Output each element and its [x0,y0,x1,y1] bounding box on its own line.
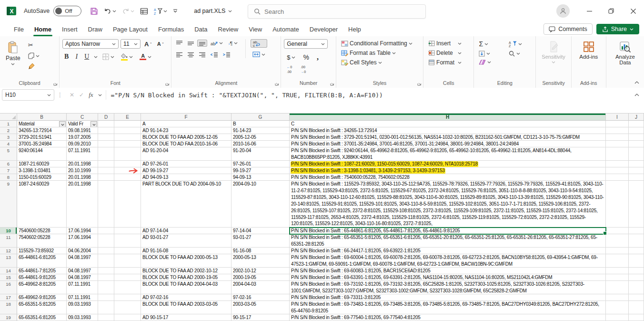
cell-C7[interactable]: 20.10.1999 [67,167,98,174]
font-dialog-launcher[interactable] [165,82,170,86]
name-box[interactable]: H10 [2,89,54,101]
find-select-button[interactable] [507,50,533,58]
cell-J14[interactable] [629,268,644,274]
cell-E9[interactable] [114,181,141,228]
cell-J5[interactable] [629,147,644,161]
cell-D8[interactable] [98,174,114,181]
percent-button[interactable]: % [301,52,311,62]
cell-D7[interactable] [98,167,114,174]
delete-cells-button[interactable]: Delete [426,49,471,57]
cell-F12[interactable]: AD 91-16-08 [141,248,231,254]
autosave-toggle[interactable]: Off [53,6,81,16]
cell-J7[interactable] [629,167,644,174]
cell-F7[interactable]: AD 99-19-27 [141,167,231,174]
cell-G3[interactable]: 2005-12-05 [231,134,290,141]
column-header-D[interactable]: D [98,114,114,121]
cell-E17[interactable] [114,294,141,301]
cell-D1[interactable] [98,121,114,127]
cell-D17[interactable] [98,294,114,301]
sensitivity-button[interactable]: Sensitivity [539,39,568,65]
cell-D12[interactable] [98,248,114,254]
row-header-3[interactable]: 3 [0,134,17,141]
cell-B11[interactable]: 7540602:05228 [17,234,67,248]
format-as-table-button[interactable]: Format as Table [339,49,420,57]
format-cells-button[interactable]: Format [426,58,471,67]
cell-I13[interactable] [606,254,629,268]
cell-H5[interactable]: P/N S/N Blocked in Swift : 9240:06144, 6… [290,147,606,161]
cell-G10[interactable]: 97-14-04 [231,228,290,234]
sort-filter-button[interactable]: AZ [507,39,533,49]
font-name-select[interactable]: Aptos Narrow [62,39,119,49]
cell-F11[interactable]: AD 93-01-27 [141,234,231,248]
cell-B12[interactable]: 115529-73:85932 [17,248,67,254]
share-button[interactable]: Share [596,24,639,34]
close-button[interactable] [622,0,644,22]
save-icon[interactable] [88,6,100,17]
cell-E7[interactable] [114,167,141,174]
cell-I14[interactable] [606,268,629,274]
cell-C14[interactable]: 04.08.1997 [67,268,98,274]
cell-F4[interactable]: BLOCK DUE TO AD FAA 2010-16-06 [141,141,231,147]
cell-G4[interactable]: 2010-16-06 [231,141,290,147]
cell-C3[interactable]: 19.07.2005 [67,134,98,141]
cell-E16[interactable] [114,281,141,294]
orientation-button[interactable]: ab [209,39,225,47]
tab-help[interactable]: Help [343,23,366,35]
cell-J6[interactable] [629,161,644,167]
cell-B10[interactable]: 7540600:05228 [17,228,67,234]
cell-F2[interactable]: AD 91-14-23 [141,127,231,134]
row-header-2[interactable]: 2 [0,127,17,134]
cell-B2[interactable]: 34265-13:72914 [17,127,67,134]
cell-J18[interactable] [629,301,644,314]
column-header-F[interactable]: F [141,114,231,121]
insert-cells-button[interactable]: Insert [426,39,471,48]
cell-C12[interactable]: 04.06.2004 [67,248,98,254]
cell-E13[interactable] [114,254,141,268]
row-header-1[interactable]: 1 [0,121,17,127]
autosum-button[interactable]: Σ [477,39,502,49]
clear-button[interactable] [477,59,502,66]
cell-C2[interactable]: 09.08.1991 [67,127,98,134]
decrease-font-icon[interactable]: Aˇ [155,40,165,48]
qat-sort-filter-icon[interactable]: AZ [152,6,169,16]
cell-D11[interactable] [98,234,114,248]
cell-D9[interactable] [98,181,114,228]
bold-button[interactable]: B [62,52,70,62]
cell-G8[interactable]: 94-09-13 [231,174,290,181]
increase-decimal-button[interactable]: ←0.00 [285,64,294,74]
cell-F18[interactable]: BLOCK DUE TO FAA AD 2003-03-05 [141,301,231,314]
cell-H16[interactable]: P/N S/N Blocked in Swift : 69-73192-1:81… [290,281,606,294]
filter-button-B[interactable] [59,121,66,127]
column-header-B[interactable]: B [17,114,67,121]
cell-E1[interactable] [114,121,141,127]
cell-B5[interactable]: 9240:06144 [17,147,67,161]
cell-H10[interactable]: P/N S/N Blocked in Swift : 65-44861-6:81… [290,228,606,234]
row-header-16[interactable]: 16 [0,281,17,294]
row-header-7[interactable]: 7 [0,167,17,174]
cell-E19[interactable] [114,314,141,321]
cell-B9[interactable]: 1087-24:60029 [17,181,67,228]
cell-F14[interactable]: BLOCK DUE TO FAA AD 2002-10-12 [141,268,231,274]
cell-F16[interactable]: BLOCK DUE TO FAA AD 2004-04-03 [141,281,231,294]
cell-H18[interactable]: P/N S/N Blocked in Swift : 69-73483-1:81… [290,301,606,314]
cell-C9[interactable]: 20.01.1998 [67,181,98,228]
row-header-12[interactable]: 12 [0,248,17,254]
tab-draw[interactable]: Draw [83,23,108,35]
underline-button[interactable]: U [82,52,91,62]
borders-button[interactable] [101,52,116,61]
insert-function-icon[interactable]: fx [89,91,93,99]
cell-B19[interactable]: 65-65351-6:81205 [17,314,67,321]
collapse-ribbon-button[interactable] [634,81,639,84]
cell-J16[interactable] [629,281,644,294]
cell-C18[interactable]: 09.03.1993 [67,301,98,314]
comments-button[interactable]: Comments [543,23,592,35]
row-header-13[interactable]: 13 [0,254,17,268]
cell-B13[interactable]: 65-44861-6:81205 [17,254,67,268]
cell-H1[interactable]: C [290,121,606,127]
align-top-button[interactable] [174,40,184,47]
restore-button[interactable] [600,0,622,22]
cell-B7[interactable]: 3-1398-1:03481 [17,167,67,174]
expand-formula-bar-button[interactable] [634,93,644,96]
cell-I17[interactable] [606,294,629,301]
cell-F17[interactable]: AD 97-02-16 [141,294,231,301]
